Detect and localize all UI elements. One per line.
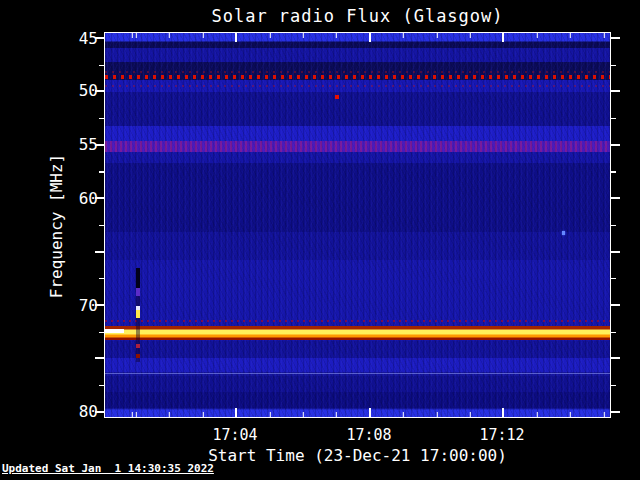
artifact-bright-blob bbox=[136, 306, 140, 318]
red-interference-faint-lower bbox=[105, 85, 610, 87]
x-tick-label-1704: 17:04 bbox=[190, 426, 280, 444]
y-tick-label-50: 50 bbox=[30, 81, 98, 100]
y-tick-label-80: 80 bbox=[30, 402, 98, 421]
bottom-major-tick-1712 bbox=[502, 408, 504, 417]
bottom-major-tick-1708 bbox=[369, 408, 371, 417]
emission-band-72mhz bbox=[105, 326, 610, 341]
y-tick-label-45: 45 bbox=[30, 29, 98, 48]
x-tick-label-1712: 17:12 bbox=[457, 426, 547, 444]
y-tick-label-55: 55 bbox=[30, 135, 98, 154]
artifact-purple-blob bbox=[136, 288, 140, 296]
chart-title: Solar radio Flux (Glasgow) bbox=[104, 6, 611, 26]
y-tick-label-70: 70 bbox=[30, 296, 98, 315]
red-interference-faint-upper bbox=[105, 71, 610, 73]
x-tick-label-1708: 17:08 bbox=[324, 426, 414, 444]
left-axis-minor-ticks bbox=[99, 33, 104, 417]
top-major-tick-1708 bbox=[369, 33, 371, 42]
update-timestamp: Updated Sat Jan 1 14:30:35 2022 bbox=[2, 462, 214, 475]
artifact-red-dot-1 bbox=[136, 344, 140, 348]
spectrogram-image bbox=[105, 33, 610, 417]
red-interference-line bbox=[105, 75, 610, 79]
artifact-red-dot-2 bbox=[136, 354, 140, 358]
artifact-black-segment bbox=[136, 268, 140, 290]
solar-radio-flux-page: { "title": "Solar radio Flux (Glasgow)",… bbox=[0, 0, 640, 480]
right-axis-minor-ticks bbox=[611, 33, 616, 417]
red-point-burst bbox=[335, 95, 339, 99]
maroon-speckle-line bbox=[105, 320, 610, 322]
right-axis-major-ticks bbox=[611, 33, 620, 417]
y-tick-label-60: 60 bbox=[30, 189, 98, 208]
purple-diffuse-band bbox=[105, 141, 610, 152]
top-major-tick-1712 bbox=[502, 33, 504, 42]
spectrogram-plot bbox=[104, 32, 611, 418]
top-major-tick-1704 bbox=[235, 33, 237, 42]
bottom-major-tick-1704 bbox=[235, 408, 237, 417]
faint-horizontal-line bbox=[105, 373, 610, 374]
emission-band-white-segment bbox=[105, 329, 124, 333]
y-axis-title: Frequency [MHz] bbox=[47, 154, 66, 299]
faint-blue-dot bbox=[562, 231, 565, 235]
